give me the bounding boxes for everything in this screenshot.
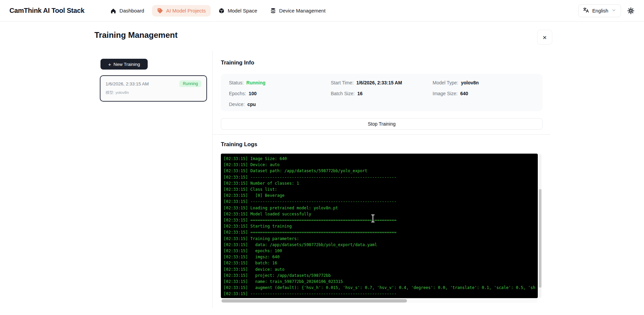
training-run-card[interactable]: 1/6/2026, 2:33:15 AM Running 模型: yolov8n [100,75,207,102]
language-selector[interactable]: English [578,4,621,17]
log-line: [02:33:15] Image Size: 640 [224,156,538,162]
nav-label: Dashboard [119,8,144,14]
log-line: [02:33:15] data: /app/datasets/598772bb/… [224,242,538,248]
log-line: [02:33:15] Dataset path: /app/datasets/5… [224,168,538,174]
log-line: [02:33:15] =============================… [224,229,538,235]
log-line: [02:33:15] [0] Beverage [224,192,538,199]
log-line: [02:33:15] Number of classes: 1 [224,180,538,186]
log-line: [02:33:15] imgsz: 640 [224,254,538,260]
training-info-panel: Status: Running Start Time: 1/6/2026, 2:… [221,74,543,111]
info-value: 100 [249,91,257,97]
nav-item-model-space[interactable]: Model Space [213,5,262,17]
home-icon [110,8,116,14]
log-line: [02:33:15] -----------------------------… [224,291,538,297]
info-label: Batch Size: [331,91,355,97]
info-label: Image Size: [433,91,458,97]
log-line: [02:33:15] Training parameters: [224,236,538,242]
translate-icon [583,7,589,14]
info-field: Model Type: yolov8n [433,80,534,86]
training-date: 1/6/2026, 2:33:15 AM [106,81,149,86]
info-label: Model Type: [433,80,458,86]
page-title: Training Management [94,30,178,40]
info-label: Status: [229,80,244,86]
info-field: Device: cpu [229,102,331,107]
log-line: [02:33:15] name: train_598772bb_20260106… [224,279,538,285]
new-training-button[interactable]: + New Training [100,59,148,70]
log-line: [02:33:15] Loading pretrained model: yol… [224,205,538,211]
horizontal-divider [212,134,550,135]
log-line: [02:33:15] Model loaded successfully [224,211,538,217]
info-label: Start Time: [331,80,354,86]
vertical-divider [212,51,213,308]
app-root: CamThink AI Tool Stack Dashboard AI Mode… [0,0,644,315]
info-value: yolov8n [461,80,479,86]
horizontal-scrollbar-thumb[interactable] [222,299,407,303]
log-line: [02:33:15] -----------------------------… [224,199,538,205]
info-field: Image Size: 640 [433,91,534,97]
top-navigation-bar: CamThink AI Tool Stack Dashboard AI Mode… [0,0,644,22]
vertical-scrollbar-thumb[interactable] [539,189,541,288]
close-icon: × [543,34,547,41]
log-line: [02:33:15] project: /app/datasets/598772… [224,272,538,279]
main-nav: Dashboard AI Model Projects Model Space … [105,5,330,17]
settings-gear-icon[interactable] [627,7,635,15]
info-field: Batch Size: 16 [331,91,433,97]
training-card-header: 1/6/2026, 2:33:15 AM Running [106,80,201,87]
info-field: Start Time: 1/6/2026, 2:33:15 AM [331,80,433,86]
info-value: 640 [460,91,468,97]
info-label: Device: [229,102,245,107]
log-line: [02:33:15] Device: auto [224,162,538,168]
info-value: 16 [357,91,363,97]
chevron-down-icon [611,8,616,14]
tag-icon [157,8,163,14]
log-line: [02:33:15] Class list: [224,186,538,192]
cube-icon [218,8,225,14]
new-training-label: New Training [113,62,140,67]
training-logs-terminal[interactable]: [02:33:15] Image Size: 640 [02:33:15] De… [221,154,538,298]
log-line: [02:33:15] batch: 16 [224,260,538,266]
topbar-right: English [578,4,635,17]
info-value: Running [246,80,266,86]
training-info-title: Training Info [221,59,254,66]
nav-item-dashboard[interactable]: Dashboard [105,5,149,17]
log-line: [02:33:15] epochs: 100 [224,248,538,254]
nav-label: AI Model Projects [166,8,206,14]
log-line: [02:33:15] =============================… [224,217,538,223]
close-button[interactable]: × [537,30,552,45]
info-value: 1/6/2026, 2:33:15 AM [356,80,402,86]
language-label: English [592,8,608,14]
brand-title: CamThink AI Tool Stack [9,7,84,15]
log-line: [02:33:15] augment (default): {'hsv_h': … [224,285,538,291]
nav-item-ai-model-projects[interactable]: AI Model Projects [152,5,211,17]
info-value: cpu [247,102,256,107]
plus-icon: + [108,61,111,67]
log-line: [02:33:15] device: auto [224,266,538,272]
info-field: Epochs: 100 [229,91,331,97]
info-field: Status: Running [229,80,331,86]
status-badge: Running [179,80,201,87]
nav-item-device-management[interactable]: Device Management [265,5,331,17]
training-model: 模型: yolov8n [106,90,201,95]
info-label: Epochs: [229,91,246,97]
training-logs-title: Training Logs [221,141,257,148]
nav-label: Device Management [279,8,326,14]
database-icon [270,8,276,14]
stop-training-button[interactable]: Stop Training [221,118,543,130]
log-line: [02:33:15] -----------------------------… [224,174,538,180]
log-line: [02:33:15] Starting training [224,223,538,229]
nav-label: Model Space [228,8,257,14]
